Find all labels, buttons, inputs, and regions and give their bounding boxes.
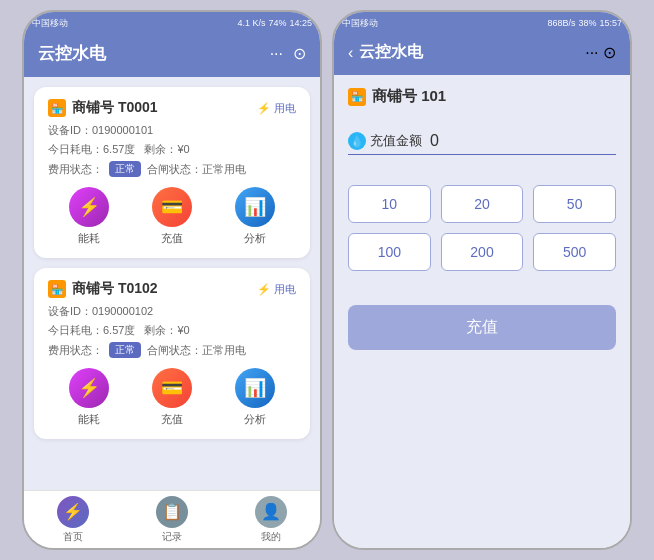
energy-label-1: 能耗 xyxy=(78,231,100,246)
analyze-label-1: 分析 xyxy=(244,231,266,246)
recharge-circle-1: 💳 xyxy=(152,187,192,227)
amount-label-text: 充值金额 xyxy=(370,132,422,150)
preset-100[interactable]: 100 xyxy=(348,233,431,271)
status-left: 中国移动 xyxy=(32,17,68,30)
analyze-circle-1: 📊 xyxy=(235,187,275,227)
left-header: 云控水电 ··· ⊙ xyxy=(24,34,320,77)
shop-card-1: 🏪 商铺号 T0001 ⚡ 用电 设备ID：0190000101 今日耗电：6.… xyxy=(34,87,310,258)
action-energy-2[interactable]: ⚡ 能耗 xyxy=(69,368,109,427)
action-analyze-2[interactable]: 📊 分析 xyxy=(235,368,275,427)
right-header-icons: ··· ⊙ xyxy=(585,43,616,62)
right-shop-label: 商铺号 101 xyxy=(372,87,446,106)
recharge-label-2: 充值 xyxy=(161,412,183,427)
right-app-title: 云控水电 xyxy=(359,42,423,63)
water-drop-icon: 💧 xyxy=(348,132,366,150)
nav-mine[interactable]: 👤 我的 xyxy=(255,496,287,544)
left-scroll-content: 🏪 商铺号 T0001 ⚡ 用电 设备ID：0190000101 今日耗电：6.… xyxy=(24,77,320,490)
right-title-row: ‹ 云控水电 xyxy=(348,42,423,63)
card-1-title: 🏪 商铺号 T0001 xyxy=(48,99,158,117)
right-status-right: 868B/s 38% 15:57 xyxy=(547,18,622,28)
card-1-status: 费用状态： 正常 合闸状态：正常用电 xyxy=(48,161,296,177)
gate-status-1: 合闸状态：正常用电 xyxy=(147,162,246,177)
nav-home[interactable]: ⚡ 首页 xyxy=(57,496,89,544)
card-1-actions: ⚡ 能耗 💳 充值 📊 分析 xyxy=(48,187,296,246)
shop-label-1: 商铺号 T0001 xyxy=(72,99,158,117)
card-2-header: 🏪 商铺号 T0102 ⚡ 用电 xyxy=(48,280,296,298)
remaining-1: 剩余：¥0 xyxy=(144,143,189,155)
speed-left: 4.1 K/s xyxy=(237,18,265,28)
left-header-icons: ··· ⊙ xyxy=(270,44,306,63)
preset-10[interactable]: 10 xyxy=(348,185,431,223)
energy-label-2: 能耗 xyxy=(78,412,100,427)
electricity-label-2: ⚡ 用电 xyxy=(257,282,296,297)
right-phone: 中国移动 868B/s 38% 15:57 ‹ 云控水电 ··· ⊙ 🏪 商铺号… xyxy=(332,10,632,550)
nav-home-label: 首页 xyxy=(63,530,83,544)
fee-status-label-1: 费用状态： xyxy=(48,162,103,177)
card-2-usage: 今日耗电：6.57度 剩余：¥0 xyxy=(48,323,296,338)
amount-row: 💧 充值金额 xyxy=(348,132,616,155)
recharge-circle-2: 💳 xyxy=(152,368,192,408)
energy-circle-2: ⚡ xyxy=(69,368,109,408)
amount-input[interactable] xyxy=(430,132,630,150)
recharge-submit-btn[interactable]: 充值 xyxy=(348,305,616,350)
time-right: 15:57 xyxy=(599,18,622,28)
card-1-device: 设备ID：0190000101 xyxy=(48,123,296,138)
left-status-bar: 中国移动 4.1 K/s 74% 14:25 xyxy=(24,12,320,34)
shop-label-2: 商铺号 T0102 xyxy=(72,280,158,298)
time-left: 14:25 xyxy=(289,18,312,28)
more-icon-right[interactable]: ··· xyxy=(585,44,598,61)
analyze-label-2: 分析 xyxy=(244,412,266,427)
gate-status-2: 合闸状态：正常用电 xyxy=(147,343,246,358)
preset-50[interactable]: 50 xyxy=(533,185,616,223)
nav-record-label: 记录 xyxy=(162,530,182,544)
nav-record[interactable]: 📋 记录 xyxy=(156,496,188,544)
home-circle: ⚡ xyxy=(57,496,89,528)
status-badge-1: 正常 xyxy=(109,161,141,177)
fee-status-label-2: 费用状态： xyxy=(48,343,103,358)
action-recharge-1[interactable]: 💳 充值 xyxy=(152,187,192,246)
card-2-device: 设备ID：0190000102 xyxy=(48,304,296,319)
record-circle: 📋 xyxy=(156,496,188,528)
energy-circle-1: ⚡ xyxy=(69,187,109,227)
preset-grid: 10 20 50 100 200 500 xyxy=(348,185,616,271)
card-2-actions: ⚡ 能耗 💳 充值 📊 分析 xyxy=(48,368,296,427)
right-status-bar: 中国移动 868B/s 38% 15:57 xyxy=(334,12,630,34)
action-recharge-2[interactable]: 💳 充值 xyxy=(152,368,192,427)
nav-mine-label: 我的 xyxy=(261,530,281,544)
speed-right: 868B/s xyxy=(547,18,575,28)
status-badge-2: 正常 xyxy=(109,342,141,358)
today-usage-1: 今日耗电：6.57度 xyxy=(48,143,135,155)
right-status-left: 中国移动 xyxy=(342,17,378,30)
electricity-label-1: ⚡ 用电 xyxy=(257,101,296,116)
shop-card-2: 🏪 商铺号 T0102 ⚡ 用电 设备ID：0190000102 今日耗电：6.… xyxy=(34,268,310,439)
preset-20[interactable]: 20 xyxy=(441,185,524,223)
mine-circle: 👤 xyxy=(255,496,287,528)
left-app-title: 云控水电 xyxy=(38,42,106,65)
remaining-2: 剩余：¥0 xyxy=(144,324,189,336)
shop-icon-1: 🏪 xyxy=(48,99,66,117)
shop-icon-2: 🏪 xyxy=(48,280,66,298)
amount-label-wrapper: 💧 充值金额 xyxy=(348,132,422,150)
right-shop-icon: 🏪 xyxy=(348,88,366,106)
right-scroll-content: 🏪 商铺号 101 💧 充值金额 10 20 50 100 200 500 充值 xyxy=(334,75,630,548)
electricity-badge-2: ⚡ 用电 xyxy=(257,282,296,297)
more-icon-left[interactable]: ··· xyxy=(270,45,283,63)
target-icon-right[interactable]: ⊙ xyxy=(603,44,616,61)
back-arrow-icon[interactable]: ‹ xyxy=(348,44,353,62)
recharge-label-1: 充值 xyxy=(161,231,183,246)
today-usage-2: 今日耗电：6.57度 xyxy=(48,324,135,336)
status-right: 4.1 K/s 74% 14:25 xyxy=(237,18,312,28)
preset-200[interactable]: 200 xyxy=(441,233,524,271)
carrier-left: 中国移动 xyxy=(32,17,68,30)
preset-500[interactable]: 500 xyxy=(533,233,616,271)
analyze-circle-2: 📊 xyxy=(235,368,275,408)
card-1-header: 🏪 商铺号 T0001 ⚡ 用电 xyxy=(48,99,296,117)
left-phone: 中国移动 4.1 K/s 74% 14:25 云控水电 ··· ⊙ 🏪 商铺号 … xyxy=(22,10,322,550)
card-2-title: 🏪 商铺号 T0102 xyxy=(48,280,158,298)
battery-right: 38% xyxy=(578,18,596,28)
action-analyze-1[interactable]: 📊 分析 xyxy=(235,187,275,246)
action-energy-1[interactable]: ⚡ 能耗 xyxy=(69,187,109,246)
target-icon-left[interactable]: ⊙ xyxy=(293,44,306,63)
card-2-status: 费用状态： 正常 合闸状态：正常用电 xyxy=(48,342,296,358)
electricity-badge-1: ⚡ 用电 xyxy=(257,101,296,116)
